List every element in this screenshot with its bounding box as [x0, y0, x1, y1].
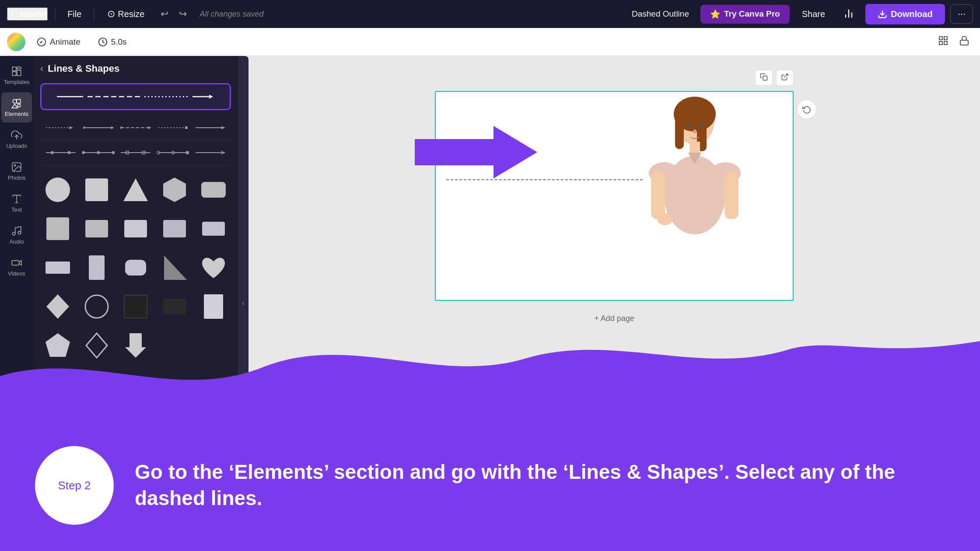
svg-rect-75	[763, 76, 767, 80]
shape-square[interactable]	[79, 172, 115, 208]
photos-icon	[11, 161, 22, 173]
svg-rect-8	[944, 42, 947, 45]
node-line-4[interactable]	[154, 146, 192, 160]
shape-triangle-right[interactable]	[157, 250, 192, 286]
svg-rect-26	[12, 261, 19, 265]
redo-button[interactable]: ↪	[175, 6, 191, 22]
panel-back-button[interactable]: ‹	[40, 63, 43, 74]
undo-redo-group: ↩ ↪	[156, 6, 191, 22]
dashed-double-arrow[interactable]	[117, 121, 154, 135]
shape-chevron[interactable]	[79, 328, 115, 363]
magic-icon[interactable]	[7, 33, 25, 51]
shape-rect-3[interactable]	[196, 211, 231, 247]
add-page-button[interactable]: + Add page	[584, 310, 645, 328]
canvas-refresh-button[interactable]	[797, 100, 816, 119]
nav-home-button[interactable]: Home	[7, 7, 48, 21]
solid-arrows-line[interactable]	[80, 121, 117, 135]
node-line-3[interactable]	[117, 146, 154, 160]
heart-svg	[200, 254, 228, 282]
shape-diamond[interactable]	[40, 289, 76, 324]
undo-button[interactable]: ↩	[156, 6, 173, 22]
uploads-icon	[11, 129, 22, 141]
rect2-svg	[83, 215, 111, 243]
canvas-share-button[interactable]	[776, 70, 794, 86]
download-button[interactable]: Download	[865, 4, 945, 24]
node-line-2[interactable]	[80, 146, 117, 160]
shape-rounded-rect[interactable]	[196, 172, 231, 208]
canvas-copy-button[interactable]	[755, 70, 773, 86]
try-canva-pro-button[interactable]: ⭐ Try Canva Pro	[700, 5, 790, 24]
tall-rect-svg	[83, 254, 111, 282]
svg-rect-58	[85, 220, 108, 237]
shape-circle-outline[interactable]	[79, 289, 115, 324]
dotted-arrow-line[interactable]	[42, 121, 80, 135]
share-button[interactable]: Share	[795, 6, 832, 23]
line-row-1	[40, 115, 231, 140]
node-line-1[interactable]	[42, 146, 80, 160]
chevron-left-panel-icon	[240, 300, 246, 307]
more-options-button[interactable]: ···	[950, 4, 973, 24]
audio-icon	[11, 225, 22, 237]
canvas-frame[interactable]	[435, 91, 794, 301]
dashed-outline-button[interactable]: Dashed Outline	[626, 7, 695, 21]
selected-line-item[interactable]	[40, 83, 231, 110]
svg-rect-18	[18, 104, 20, 107]
shape-heart[interactable]	[196, 250, 231, 286]
file-button[interactable]: File	[62, 7, 87, 22]
line-svg	[44, 124, 78, 131]
woman-svg	[625, 91, 765, 300]
svg-point-15	[13, 99, 17, 103]
shape-rounded-2[interactable]	[118, 250, 154, 286]
rect3-svg	[200, 215, 228, 243]
arrow-down-svg	[122, 331, 150, 359]
shape-rect-outline[interactable]	[40, 211, 76, 247]
animate-button[interactable]: Animate	[31, 34, 87, 50]
main-layout: Templates Elements Uploads Photo	[0, 56, 980, 551]
shape-dark-rect[interactable]	[157, 289, 192, 324]
square-shape-svg	[83, 176, 111, 204]
duration-button[interactable]: 5.0s	[92, 34, 133, 50]
svg-point-41	[82, 151, 85, 154]
lock-button[interactable]	[956, 32, 973, 52]
shape-circle[interactable]	[40, 172, 76, 208]
dotted-right-arrow[interactable]	[154, 121, 192, 135]
svg-rect-81	[690, 142, 700, 153]
analytics-button[interactable]	[837, 4, 860, 24]
shape-tall-rect[interactable]	[79, 250, 115, 286]
solid-right-arrow-end[interactable]	[192, 121, 229, 135]
node-line-5[interactable]	[192, 146, 229, 160]
shape-wide-rect[interactable]	[40, 250, 76, 286]
svg-marker-73	[125, 333, 146, 358]
sidebar-item-templates[interactable]: Templates	[1, 60, 32, 91]
nav-divider-2	[94, 8, 94, 20]
sidebar-item-text[interactable]: Text	[1, 188, 32, 218]
sidebar-item-elements[interactable]: Elements	[1, 92, 32, 122]
navbar: Home File ⊙ Resize ↩ ↪ All changes saved…	[0, 0, 980, 28]
shape-rect-light[interactable]	[118, 211, 154, 247]
sidebar-item-videos[interactable]: Videos	[1, 252, 32, 282]
svg-point-67	[85, 295, 108, 318]
svg-rect-35	[185, 126, 188, 129]
svg-rect-59	[124, 220, 147, 237]
svg-rect-10	[960, 40, 968, 45]
shape-square-outline[interactable]	[118, 289, 154, 324]
shape-rect-lighter[interactable]	[157, 211, 192, 247]
shape-hexagon[interactable]	[157, 172, 192, 208]
resize-button[interactable]: ⊙ Resize	[101, 6, 150, 22]
sidebar-item-uploads[interactable]: Uploads	[1, 124, 32, 154]
sidebar-item-audio[interactable]: Audio	[1, 220, 32, 250]
shape-pentagon[interactable]	[40, 328, 76, 363]
shape-light-tall[interactable]	[196, 289, 231, 324]
shape-triangle[interactable]	[118, 172, 154, 208]
shape-rect-2[interactable]	[79, 211, 115, 247]
svg-point-25	[18, 231, 21, 234]
svg-marker-74	[415, 126, 537, 178]
canvas-wrapper	[435, 91, 794, 301]
grid-view-button[interactable]	[934, 32, 952, 52]
toolbar-right-icons	[934, 32, 973, 52]
shape-arrow-down[interactable]	[118, 328, 154, 363]
sidebar-item-photos[interactable]: Photos	[1, 156, 32, 186]
node-line-svg-3	[119, 149, 153, 156]
panel-collapse-button[interactable]	[238, 56, 248, 551]
svg-point-91	[657, 213, 673, 225]
